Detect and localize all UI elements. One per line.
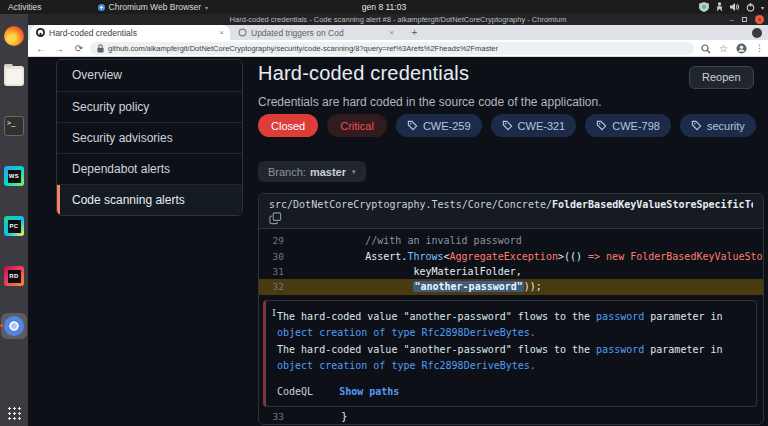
chevron-down-icon: ▾ [761,4,764,11]
line-number[interactable]: 29 [259,235,293,246]
alert-text: The hard-coded value "another-password" … [277,311,596,322]
tag-icon [502,120,513,131]
alert-link[interactable]: object creation of type Rfc2898DeriveByt… [277,360,536,371]
bookmark-star-icon[interactable]: ☆ [719,42,728,55]
code-text: Assert.Throws<AggregateException>(() => … [293,251,763,262]
branch-selector[interactable]: Branch: master ▾ [258,161,366,182]
code-file-header: src/DotNetCoreCryptography.Tests/Core/Co… [259,194,763,229]
maximize-button[interactable] [742,17,747,22]
activities-button[interactable]: Activities [8,2,42,12]
app-menu-label: Chromium Web Browser [109,2,201,12]
annotation-messages: The hard-coded value "another-password" … [277,309,744,375]
minimize-button[interactable]: – [730,16,734,24]
line-number[interactable]: 31 [259,266,293,277]
privacy-shield-icon [699,2,709,12]
badge-row: ClosedCriticalCWE-259CWE-321CWE-798secur… [258,114,756,137]
badge-cwe-798[interactable]: CWE-798 [585,114,671,137]
pycharm-icon[interactable]: PC [4,216,24,236]
address-bar[interactable]: github.com/alkampfergit/DotNetCoreCrypto… [90,42,694,55]
sidebar-item-code-scanning-alerts[interactable]: Code scanning alerts [57,184,242,215]
pycharm-label: PC [8,220,21,233]
clock[interactable]: gen 8 11:03 [362,2,406,12]
app-grid-icon[interactable] [7,406,21,420]
tab-updated-triggers[interactable]: Updated triggers on Cod × [232,25,400,40]
close-tab-icon[interactable]: × [219,28,224,37]
annotation-footer: CodeQL Show paths [277,386,744,397]
volume-icon [730,2,740,12]
ubuntu-dock: >_ WS PC RD [0,14,28,426]
github-page: OverviewSecurity policySecurity advisori… [28,57,768,426]
browser-menu-icon[interactable]: ⋮ [755,42,764,55]
firefox-icon[interactable] [4,26,24,46]
url-text: github.com/alkampfergit/DotNetCoreCrypto… [108,44,498,53]
code-line-31: 31 keyMaterialFolder, [259,264,763,279]
code-text: keyMaterialFolder, [293,266,763,277]
alert-text: The hard-coded value "another-password" … [277,344,596,355]
chromium-icon [98,4,105,11]
badge-closed[interactable]: Closed [258,114,318,137]
alert-link[interactable]: password [596,344,644,355]
code-lines: 29 //with an invalid password30 Assert.T… [259,229,763,295]
show-paths-link[interactable]: Show paths [339,386,399,397]
window-titlebar: Hard-coded credentials - Code scanning a… [28,14,768,25]
code-line-33: 33 } [259,409,763,424]
webstorm-label: WS [8,170,21,183]
code-text: //with an invalid password [293,235,763,246]
reopen-button[interactable]: Reopen [689,66,754,89]
sidebar-item-overview[interactable]: Overview [57,60,242,91]
line-number[interactable]: 33 [259,411,293,422]
screen: Activities Chromium Web Browser ▾ gen 8 … [0,0,768,426]
tab-title: Updated triggers on Cod [251,28,385,38]
rider-icon[interactable]: RD [4,266,24,286]
security-sidebar: OverviewSecurity policySecurity advisori… [56,59,243,216]
new-tab-button[interactable]: + [408,26,421,39]
page-title: Hard-coded credentials [258,62,469,85]
terminal-icon[interactable]: >_ [4,116,24,136]
line-number[interactable]: 32 [259,281,293,292]
window-controls: – × [730,14,764,25]
branch-value: master [310,166,346,178]
tag-icon [596,120,607,131]
close-tab-icon[interactable]: × [389,28,394,37]
chevron-down-icon: ▾ [352,168,356,176]
badge-cwe-259[interactable]: CWE-259 [396,114,482,137]
codeql-label: CodeQL [277,386,313,397]
tab-search-button[interactable] [752,28,762,38]
badge-security[interactable]: security [680,114,756,137]
tab-favicon [238,28,247,37]
app-menu[interactable]: Chromium Web Browser ▾ [98,2,208,12]
code-text: "another-password")); [293,281,763,292]
alert-message: The hard-coded value "another-password" … [277,342,744,375]
accessibility-person-icon [715,2,724,12]
copy-icon[interactable] [269,212,282,225]
close-button[interactable]: × [755,15,764,24]
files-icon[interactable] [4,66,24,86]
line-number[interactable]: 30 [259,251,293,262]
badge-critical[interactable]: Critical [327,114,387,137]
chevron-down-icon: ▾ [205,4,208,11]
alert-link[interactable]: password [596,311,644,322]
zoom-icon[interactable] [701,44,711,54]
alert-message: The hard-coded value "another-password" … [277,309,744,342]
back-button[interactable]: ← [34,42,48,55]
profile-avatar-icon[interactable] [736,43,747,54]
window-title: Hard-coded credentials - Code scanning a… [230,15,567,24]
sidebar-item-dependabot-alerts[interactable]: Dependabot alerts [57,153,242,184]
tag-icon [407,120,418,131]
forward-button[interactable]: → [52,42,66,55]
alert-link[interactable]: object creation of type Rfc2898DeriveByt… [277,327,536,338]
sidebar-item-security-advisories[interactable]: Security advisories [57,122,242,153]
badge-cwe-321[interactable]: CWE-321 [491,114,577,137]
text-cursor: I [272,307,276,318]
system-tray[interactable]: ▾ [699,0,764,14]
tab-hard-coded-credentials[interactable]: Hard-coded credentials × [30,25,230,40]
ubuntu-top-panel: Activities Chromium Web Browser ▾ gen 8 … [0,0,768,14]
sidebar-item-security-policy[interactable]: Security policy [57,91,242,122]
code-snippet-card: src/DotNetCoreCryptography.Tests/Core/Co… [258,193,764,425]
browser-toolbar: ← → ⟳ github.com/alkampfergit/DotNetCore… [28,40,768,57]
github-favicon [36,28,45,37]
webstorm-icon[interactable]: WS [4,166,24,186]
chromium-dock-icon[interactable] [4,316,24,336]
code-line-trailing: 33 } [259,409,763,424]
reload-button[interactable]: ⟳ [72,42,86,55]
